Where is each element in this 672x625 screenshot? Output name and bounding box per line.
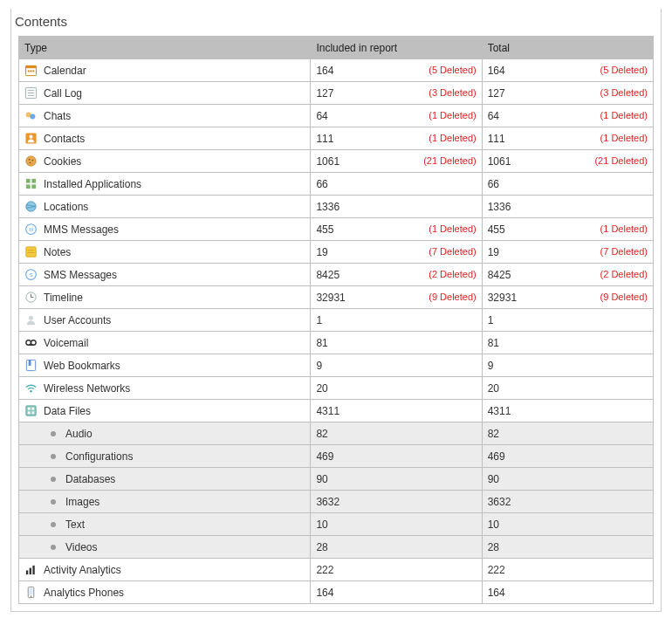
svg-rect-24 — [26, 247, 36, 257]
total-cell: 469 — [482, 445, 653, 468]
type-cell: Activity Analytics — [19, 559, 311, 581]
table-row: Cookies1061(21 Deleted)1061(21 Deleted) — [19, 150, 654, 173]
total-count: 164 — [488, 65, 505, 77]
type-label: User Accounts — [44, 314, 111, 326]
total-count: 20 — [488, 382, 499, 395]
included-cell: 4311 — [311, 400, 482, 422]
included-cell: 222 — [311, 559, 482, 581]
type-label: Cookies — [44, 155, 81, 168]
type-cell: Notes — [19, 241, 311, 264]
table-row: Installed Applications6666 — [19, 173, 654, 196]
table-row: User Accounts11 — [19, 309, 654, 332]
chats-icon — [24, 109, 38, 122]
included-count: 111 — [316, 133, 333, 145]
svg-point-10 — [30, 113, 35, 119]
included-cell: 81 — [311, 332, 482, 354]
type-label: Notes — [44, 246, 71, 258]
type-cell: Contacts — [19, 127, 311, 150]
bullet-icon — [51, 477, 56, 482]
type-cell: SSMS Messages — [19, 264, 311, 286]
svg-point-14 — [29, 159, 31, 161]
table-row: Notes19(7 Deleted)19(7 Deleted) — [19, 241, 654, 264]
total-cell: 3632 — [482, 491, 653, 513]
svg-rect-1 — [25, 65, 36, 68]
total-count: 81 — [488, 337, 499, 349]
datafiles-icon — [24, 404, 38, 417]
type-label: Web Bookmarks — [44, 360, 120, 372]
sms-icon: S — [24, 268, 38, 281]
table-row: Analytics Phones164164 — [19, 581, 654, 604]
calendar-icon — [24, 64, 38, 77]
type-label: Call Log — [44, 87, 82, 100]
included-cell: 66 — [311, 173, 482, 196]
type-cell: MMMS Messages — [19, 218, 311, 241]
included-count: 4311 — [316, 405, 339, 417]
included-count: 164 — [316, 65, 333, 77]
included-cell: 164 — [311, 581, 482, 604]
type-label: Analytics Phones — [44, 587, 124, 599]
total-count: 28 — [488, 541, 499, 553]
type-cell: Chats — [19, 105, 311, 127]
svg-rect-39 — [26, 406, 36, 416]
analytics-icon — [24, 563, 38, 576]
type-label: Audio — [65, 428, 93, 440]
svg-rect-45 — [30, 568, 31, 575]
type-label: Contacts — [44, 133, 85, 145]
type-label: Voicemail — [44, 337, 88, 349]
total-count: 19 — [488, 246, 499, 258]
included-deleted: (2 Deleted) — [429, 269, 476, 279]
included-count: 164 — [316, 587, 333, 599]
table-row: MMMS Messages455(1 Deleted)455(1 Deleted… — [19, 218, 654, 241]
type-label: Wireless Networks — [44, 382, 130, 395]
included-count: 66 — [316, 178, 327, 190]
svg-rect-40 — [28, 408, 31, 410]
type-cell: Videos — [19, 536, 311, 559]
included-count: 82 — [316, 428, 327, 440]
contents-table: Type Included in report Total Calendar16… — [18, 36, 654, 604]
phones-icon — [24, 586, 38, 599]
bullet-icon — [51, 522, 56, 527]
included-cell: 469 — [311, 445, 482, 468]
type-cell: Wireless Networks — [19, 377, 311, 400]
calllog-icon — [24, 86, 38, 100]
svg-point-38 — [30, 390, 31, 392]
total-cell: 8425(2 Deleted) — [482, 264, 653, 286]
table-row: Locations13361336 — [19, 196, 654, 218]
included-count: 127 — [316, 87, 333, 100]
included-cell: 64(1 Deleted) — [311, 105, 482, 127]
total-count: 8425 — [488, 269, 511, 281]
total-count: 64 — [488, 110, 499, 122]
total-count: 66 — [488, 178, 499, 190]
type-label: Databases — [65, 473, 115, 485]
svg-point-49 — [31, 595, 32, 597]
total-cell: 81 — [482, 332, 653, 354]
bullet-icon — [51, 431, 56, 436]
total-cell: 20 — [482, 377, 653, 400]
type-cell: Locations — [19, 196, 311, 218]
total-cell: 4311 — [482, 400, 653, 422]
notes-icon — [24, 245, 38, 258]
total-deleted: (9 Deleted) — [600, 292, 648, 302]
svg-rect-41 — [31, 408, 34, 410]
included-deleted: (3 Deleted) — [429, 87, 476, 98]
col-header-total: Total — [482, 37, 653, 59]
total-cell: 222 — [482, 559, 653, 581]
total-count: 222 — [488, 564, 505, 576]
total-cell: 164 — [482, 581, 653, 604]
table-row: Configurations469469 — [19, 445, 654, 468]
bookmarks-icon — [24, 359, 38, 372]
total-count: 90 — [488, 473, 499, 485]
included-cell: 90 — [311, 468, 482, 491]
included-cell: 164(5 Deleted) — [311, 59, 482, 82]
svg-point-33 — [26, 340, 31, 346]
svg-rect-4 — [32, 71, 34, 72]
included-count: 1061 — [316, 155, 339, 168]
included-count: 81 — [316, 337, 327, 349]
table-row: Calendar164(5 Deleted)164(5 Deleted) — [19, 59, 654, 82]
included-cell: 9 — [311, 354, 482, 377]
total-count: 127 — [488, 87, 505, 100]
type-label: Data Files — [44, 405, 91, 417]
total-cell: 82 — [482, 422, 653, 445]
col-header-included: Included in report — [311, 37, 482, 59]
total-count: 82 — [488, 428, 499, 440]
